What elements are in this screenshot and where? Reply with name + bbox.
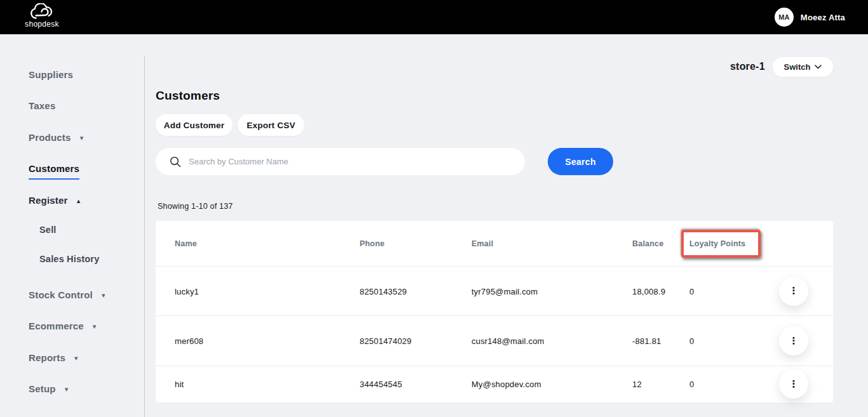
sidebar-item-label: Sales History: [39, 254, 99, 264]
sidebar-item-customers[interactable]: Customers: [29, 162, 79, 176]
cell-name: hit: [175, 380, 184, 389]
sidebar-item-stock-control[interactable]: Stock Control▾: [29, 288, 105, 303]
cell-balance: -881.81: [632, 336, 661, 346]
kebab-icon: ⋮: [789, 286, 799, 296]
showing-count: Showing 1-10 of 137: [158, 202, 233, 211]
sidebar-item-reports[interactable]: Reports▾: [29, 351, 78, 366]
row-actions-button[interactable]: ⋮: [779, 369, 808, 399]
sidebar-item-label: Register: [29, 195, 68, 206]
chevron-down-icon: ▾: [80, 134, 84, 142]
sidebar-item-label: Stock Control: [29, 289, 93, 300]
search-button[interactable]: Search: [548, 148, 613, 175]
search-icon: [170, 156, 181, 168]
sidebar-item-label: Sell: [39, 225, 57, 235]
table-header-row: Name Phone Email Balance Loyalty Points: [156, 221, 833, 267]
cell-balance: 12: [632, 380, 642, 389]
chevron-down-icon: [815, 65, 822, 69]
col-header-phone: Phone: [360, 239, 384, 248]
customers-page: shopdesk MA Moeez Atta Suppliers Taxes P…: [0, 0, 868, 417]
col-header-name: Name: [175, 239, 197, 248]
page-title: Customers: [156, 89, 220, 103]
switch-label: Switch: [784, 62, 811, 72]
export-csv-button[interactable]: Export CSV: [238, 114, 304, 136]
table-row: mer608 82501474029 cusr148@mail.com -881…: [156, 316, 833, 366]
cell-email: My@shopdev.com: [471, 380, 541, 389]
switch-store-button[interactable]: Switch: [773, 57, 833, 77]
cell-email: cusr148@mail.com: [471, 336, 545, 346]
cloud-logo-icon: [29, 3, 55, 20]
customers-table: Name Phone Email Balance Loyalty Points …: [156, 221, 833, 402]
col-header-balance: Balance: [632, 239, 663, 248]
topbar: shopdesk MA Moeez Atta: [0, 0, 868, 34]
search-input[interactable]: [189, 148, 525, 175]
cell-loyalty-points: 0: [689, 336, 694, 346]
chevron-down-icon: ▾: [74, 354, 78, 362]
col-header-email: Email: [471, 239, 493, 248]
sidebar-item-ecommerce[interactable]: Ecommerce▾: [29, 319, 97, 334]
store-name: store-1: [730, 61, 765, 72]
cell-loyalty-points: 0: [689, 380, 694, 389]
user-menu[interactable]: MA Moeez Atta: [775, 0, 845, 34]
row-actions-button[interactable]: ⋮: [779, 277, 808, 306]
table-row: hit 344454545 My@shopdev.com 12 0 ⋮: [156, 366, 833, 402]
sidebar-item-register[interactable]: Register▴: [29, 194, 80, 208]
sidebar-item-label: Suppliers: [29, 69, 73, 80]
add-customer-button[interactable]: Add Customer: [156, 114, 233, 136]
table-row: lucky1 8250143529 tyr795@mail.com 18,008…: [156, 267, 833, 316]
kebab-icon: ⋮: [789, 336, 799, 346]
cell-phone: 344454545: [360, 380, 402, 389]
sidebar-item-setup[interactable]: Setup▾: [29, 382, 68, 397]
cell-phone: 8250143529: [360, 286, 407, 296]
active-item-underline: [29, 178, 79, 180]
cell-phone: 82501474029: [360, 336, 412, 346]
cell-name: mer608: [175, 336, 203, 346]
sidebar-item-label: Ecommerce: [29, 321, 84, 331]
search-bar: [156, 148, 525, 175]
avatar: MA: [775, 8, 794, 27]
sidebar-item-suppliers[interactable]: Suppliers: [29, 68, 73, 82]
sidebar-divider: [144, 56, 145, 417]
sidebar-item-taxes[interactable]: Taxes: [29, 99, 55, 113]
cell-email: tyr795@mail.com: [471, 286, 538, 296]
chevron-down-icon: ▾: [93, 322, 97, 330]
sidebar-item-label: Setup: [29, 383, 56, 394]
chevron-down-icon: ▾: [102, 291, 105, 299]
col-header-loyalty-points: Loyalty Points: [689, 239, 745, 248]
sidebar-item-label: Reports: [29, 352, 65, 363]
sidebar-item-label: Taxes: [29, 100, 55, 111]
sidebar-item-products[interactable]: Products▾: [29, 131, 83, 145]
row-actions-button[interactable]: ⋮: [779, 326, 808, 355]
sidebar-item-sell[interactable]: Sell: [39, 223, 57, 237]
kebab-icon: ⋮: [789, 380, 799, 389]
sidebar-item-label: Customers: [29, 163, 79, 174]
brand-name: shopdesk: [25, 20, 59, 29]
sidebar-item-label: Products: [29, 132, 71, 143]
cell-balance: 18,008.9: [632, 286, 665, 296]
cell-name: lucky1: [175, 286, 199, 296]
shopdesk-logo[interactable]: shopdesk: [24, 3, 60, 29]
user-name: Moeez Atta: [801, 13, 845, 22]
sidebar-item-sales-history[interactable]: Sales History: [39, 252, 99, 266]
chevron-down-icon: ▾: [65, 385, 69, 393]
cell-loyalty-points: 0: [689, 286, 694, 296]
chevron-up-icon: ▴: [77, 197, 81, 204]
